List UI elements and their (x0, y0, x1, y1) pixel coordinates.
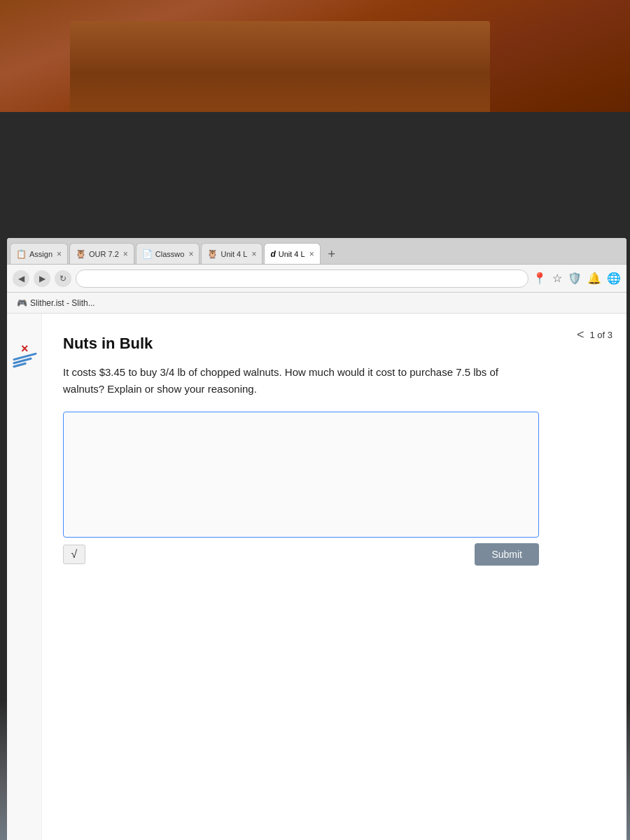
tab-classwork-icon: 📄 (142, 249, 153, 259)
back-button[interactable]: ◀ (13, 270, 29, 287)
tab-our72-close[interactable]: × (123, 249, 128, 259)
answer-box (63, 412, 539, 538)
address-icons: 📍 ☆ 🛡️ 🔔 🌐 (533, 272, 621, 285)
tab-classwork-label: Classwo (155, 250, 185, 258)
main-content-area: < 1 of 3 Nuts in Bulk It costs $3.45 to … (42, 314, 626, 840)
tab-unit4l-2-icon: d (270, 249, 275, 259)
blue-lines-decoration (13, 356, 37, 366)
refresh-button[interactable]: ↻ (55, 270, 71, 287)
tab-classwork[interactable]: 📄 Classwo × (136, 243, 200, 264)
math-input-button[interactable]: √ (63, 545, 85, 564)
address-bar-area: ◀ ▶ ↻ 📍 ☆ 🛡️ 🔔 🌐 (7, 265, 626, 293)
tab-assign-icon: 📋 (16, 249, 27, 259)
tab-unit4l-1-label: Unit 4 L (220, 250, 247, 258)
tab-unit4l-1-close[interactable]: × (251, 249, 256, 259)
bookmark-slither[interactable]: 🎮 Slither.ist - Slith... (13, 297, 99, 309)
answer-input[interactable] (64, 412, 538, 537)
tab-assign-close[interactable]: × (57, 249, 62, 259)
tab-unit4l-1-icon: 🦉 (207, 249, 218, 259)
problem-title: Nuts in Bulk (63, 335, 606, 353)
page-counter: 1 of 3 (589, 330, 612, 340)
forward-button[interactable]: ▶ (34, 270, 50, 287)
profile-icon[interactable]: 🌐 (607, 272, 621, 285)
tab-assign-label: Assign (29, 250, 52, 258)
page-content: × < 1 of 3 Nuts in Bulk It costs $3.45 t… (7, 314, 626, 840)
tab-unit4l-2-label: Unit 4 L (279, 250, 305, 258)
left-decoration: × (7, 314, 42, 840)
shield-icon: 🛡️ (568, 272, 582, 285)
bookmark-star-icon[interactable]: ☆ (552, 272, 562, 285)
notifications-icon[interactable]: 🔔 (587, 272, 601, 285)
tab-our72[interactable]: 🦉 OUR 7.2 × (69, 243, 134, 264)
tab-unit4l-2[interactable]: d Unit 4 L × (264, 243, 320, 264)
tab-bar: 📋 Assign × 🦉 OUR 7.2 × 📄 Classwo × 🦉 Uni… (7, 238, 626, 265)
tab-unit4l-1[interactable]: 🦉 Unit 4 L × (201, 243, 262, 264)
location-icon: 📍 (533, 272, 547, 285)
nav-arrows: < 1 of 3 (577, 328, 612, 342)
bookmarks-bar: 🎮 Slither.ist - Slith... (7, 293, 626, 314)
answer-toolbar: √ Submit (63, 543, 539, 566)
tab-unit4l-2-close[interactable]: × (309, 249, 314, 259)
tab-classwork-close[interactable]: × (188, 249, 193, 259)
problem-text: It costs $3.45 to buy 3/4 lb of chopped … (63, 364, 518, 398)
prev-arrow[interactable]: < (577, 328, 584, 342)
new-tab-button[interactable]: + (322, 244, 342, 264)
submit-button[interactable]: Submit (475, 543, 539, 566)
address-input[interactable] (76, 270, 528, 288)
tab-our72-label: OUR 7.2 (89, 250, 119, 258)
browser-window: 📋 Assign × 🦉 OUR 7.2 × 📄 Classwo × 🦉 Uni… (7, 238, 626, 840)
drawer-detail (70, 21, 490, 126)
tab-assign[interactable]: 📋 Assign × (10, 243, 68, 264)
bookmark-slither-label: Slither.ist - Slith... (30, 298, 95, 308)
tab-our72-icon: 🦉 (76, 249, 86, 259)
laptop-frame: 📋 Assign × 🦉 OUR 7.2 × 📄 Classwo × 🦉 Uni… (0, 112, 630, 840)
bookmark-slither-icon: 🎮 (17, 298, 27, 308)
